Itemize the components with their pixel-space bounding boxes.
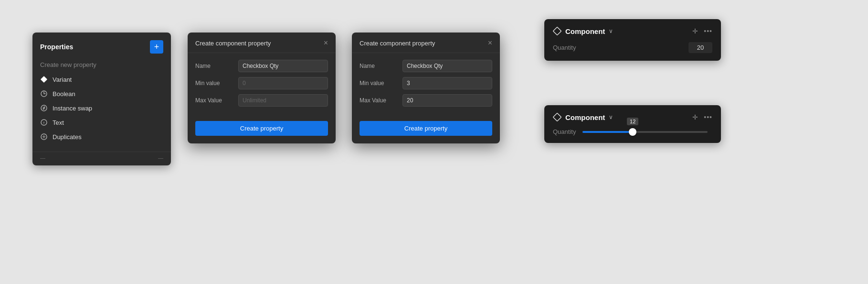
label-max-1: Max Value	[195, 97, 238, 104]
menu-item-duplicates[interactable]: Duplicates	[32, 130, 171, 144]
component-panel-1: Component ∨ ✛ ••• Quantity 20	[544, 19, 721, 61]
diamond-icon	[40, 76, 48, 83]
component-1-quantity-value[interactable]: 20	[688, 42, 712, 53]
svg-rect-0	[41, 76, 47, 83]
component-2-quantity-label: Quantity	[553, 128, 576, 135]
add-property-button[interactable]: +	[150, 40, 163, 54]
label-max-2: Max Value	[360, 97, 402, 104]
instance-swap-icon	[40, 104, 48, 112]
component-1-chevron[interactable]: ∨	[609, 28, 613, 34]
form-row-min-2: Min value	[360, 77, 492, 89]
component-1-diamond-icon	[553, 27, 561, 35]
label-min-2: Min value	[360, 80, 402, 87]
input-min-1[interactable]	[238, 77, 328, 89]
create-property-modal-2: Create component property × Name Min val…	[352, 33, 500, 143]
input-min-2[interactable]	[402, 77, 492, 89]
form-row-name-2: Name	[360, 60, 492, 72]
component-2-diamond-icon	[553, 113, 561, 121]
component-2-chevron[interactable]: ∨	[609, 114, 613, 120]
svg-rect-8	[553, 27, 561, 35]
menu-item-variant-label: Variant	[53, 76, 72, 83]
scroll-hint-right: —	[158, 155, 163, 161]
component-2-header-left: Component ∨	[553, 113, 613, 121]
component-1-header: Component ∨ ✛ •••	[553, 27, 712, 35]
properties-panel: Properties + Create new property Variant…	[32, 33, 171, 165]
menu-item-boolean-label: Boolean	[53, 90, 75, 98]
slider-track	[582, 131, 708, 133]
label-name-2: Name	[360, 63, 402, 69]
boolean-icon	[40, 90, 48, 98]
slider-thumb[interactable]	[629, 128, 636, 136]
component-panel-2: Component ∨ ✛ ••• Quantity 12	[544, 105, 721, 143]
component-1-header-right: ✛ •••	[692, 27, 712, 35]
input-name-1[interactable]	[238, 60, 328, 72]
input-name-2[interactable]	[402, 60, 492, 72]
modal-2-footer: Create property	[352, 118, 500, 143]
modal-1-header: Create component property ×	[188, 33, 336, 53]
menu-item-variant[interactable]: Variant	[32, 72, 171, 87]
create-property-button-1[interactable]: Create property	[195, 121, 328, 136]
input-max-1[interactable]	[238, 94, 328, 107]
create-new-label: Create new property	[32, 59, 171, 72]
component-2-move-icon[interactable]: ✛	[692, 113, 698, 121]
component-1-quantity-label: Quantity	[553, 44, 576, 51]
modal-2-header: Create component property ×	[352, 33, 500, 53]
modal-2-close-button[interactable]: ×	[488, 39, 492, 47]
component-2-name: Component	[565, 113, 605, 121]
component-1-move-icon[interactable]: ✛	[692, 27, 698, 35]
menu-item-text[interactable]: T Text	[32, 115, 171, 130]
create-property-modal-1: Create component property × Name Min val…	[188, 33, 336, 143]
menu-item-duplicates-label: Duplicates	[53, 133, 82, 141]
component-2-more-icon[interactable]: •••	[704, 113, 712, 121]
component-2-quantity-row: Quantity 12	[553, 128, 712, 135]
modal-2-body: Name Min value Max Value	[352, 53, 500, 118]
slider-fill	[582, 131, 633, 133]
duplicates-icon	[40, 133, 48, 141]
form-row-max-2: Max Value	[360, 94, 492, 107]
modal-2-title: Create component property	[360, 40, 435, 47]
label-name-1: Name	[195, 63, 238, 69]
label-min-1: Min value	[195, 80, 238, 87]
quantity-slider[interactable]: 12	[582, 131, 708, 133]
component-1-quantity-row: Quantity 20	[553, 42, 712, 53]
menu-item-boolean[interactable]: Boolean	[32, 87, 171, 101]
properties-title: Properties	[40, 43, 73, 51]
component-1-header-left: Component ∨	[553, 27, 613, 35]
svg-text:T: T	[43, 121, 45, 125]
component-1-name: Component	[565, 27, 605, 35]
menu-item-text-label: Text	[53, 119, 64, 126]
form-row-max-1: Max Value	[195, 94, 328, 107]
text-icon: T	[40, 119, 48, 126]
property-type-menu: Variant Boolean Instance swap	[32, 72, 171, 150]
menu-item-instance-swap[interactable]: Instance swap	[32, 101, 171, 115]
form-row-min-1: Min value	[195, 77, 328, 89]
component-2-header-right: ✛ •••	[692, 113, 712, 121]
modal-1-close-button[interactable]: ×	[324, 39, 328, 47]
input-max-2[interactable]	[402, 94, 492, 107]
modal-1-body: Name Min value Max Value	[188, 53, 336, 118]
component-1-more-icon[interactable]: •••	[704, 27, 712, 35]
scroll-hint-left: —	[40, 155, 45, 161]
modal-1-footer: Create property	[188, 118, 336, 143]
modal-1-title: Create component property	[195, 40, 271, 47]
properties-panel-header: Properties +	[32, 33, 171, 59]
slider-tooltip: 12	[627, 118, 638, 125]
form-row-name-1: Name	[195, 60, 328, 72]
create-property-button-2[interactable]: Create property	[360, 121, 492, 136]
svg-rect-9	[553, 113, 561, 121]
menu-item-instance-swap-label: Instance swap	[53, 105, 92, 112]
